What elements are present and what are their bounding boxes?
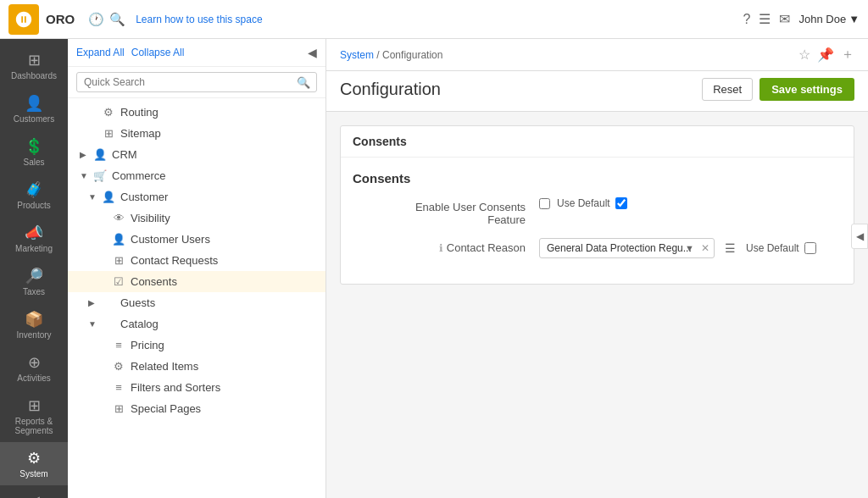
- form-row-contact-reason: ℹ Contact Reason General Data Protection…: [353, 238, 842, 258]
- dashboards-icon: ⊞: [28, 51, 41, 69]
- related-items-label: Related Items: [131, 360, 317, 373]
- enable-consents-checkbox[interactable]: [539, 198, 550, 209]
- nav-item-sales[interactable]: 💲 Sales: [0, 130, 68, 174]
- user-menu[interactable]: John Doe ▼: [798, 13, 860, 25]
- sidebar-search: 🔍: [68, 67, 326, 98]
- main-layout: ⊞ Dashboards 👤 Customers 💲 Sales 🧳 Produ…: [0, 39, 868, 498]
- enable-consents-use-default: Use Default: [557, 197, 627, 209]
- tree-item-catalog[interactable]: ▼ Catalog: [68, 313, 326, 335]
- nav-item-reports[interactable]: ⊞ Reports & Segments: [0, 390, 68, 442]
- search-magnifier-icon[interactable]: 🔍: [297, 76, 310, 89]
- collapse-nav-icon: ◀: [28, 492, 40, 498]
- related-items-icon: ⚙: [112, 360, 125, 373]
- select-clear-icon[interactable]: ✕: [701, 242, 709, 254]
- plus-icon[interactable]: ＋: [841, 46, 854, 64]
- sitemap-label: Sitemap: [120, 127, 317, 140]
- pricing-icon: ≡: [112, 339, 125, 351]
- visibility-icon: 👁: [112, 212, 125, 224]
- catalog-label: Catalog: [120, 318, 317, 330]
- contact-reason-select[interactable]: General Data Protection Regu...: [539, 238, 715, 258]
- sales-icon: 💲: [25, 137, 43, 156]
- sidebar-tree: ⚙ Routing ⊞ Sitemap ▶ 👤 CRM ▼: [68, 98, 326, 423]
- contact-reason-use-default: Use Default: [746, 242, 816, 254]
- tree-item-visibility[interactable]: 👁 Visibility: [68, 208, 326, 229]
- consents-section: Consents Consents Enable User ConsentsFe…: [340, 125, 854, 285]
- main-area: Expand All Collapse All ◀ 🔍 ⚙ Routing: [68, 39, 868, 498]
- nav-item-taxes[interactable]: 🔎 Taxes: [0, 260, 68, 303]
- enable-consents-control: Use Default: [539, 197, 627, 209]
- star-icon[interactable]: ☆: [798, 47, 810, 63]
- tree-item-customer-users[interactable]: 👤 Customer Users: [68, 229, 326, 250]
- contact-reason-use-default-checkbox[interactable]: [804, 242, 816, 254]
- sidebar-search-input[interactable]: [76, 72, 317, 92]
- crm-arrow: ▶: [80, 150, 90, 159]
- special-pages-icon: ⊞: [112, 402, 125, 415]
- crm-label: CRM: [112, 148, 317, 161]
- contact-reason-label: ℹ Contact Reason: [353, 238, 539, 254]
- tree-item-commerce[interactable]: ▼ 🛒 Commerce: [68, 165, 326, 186]
- tree-item-guests[interactable]: ▶ Guests: [68, 292, 326, 313]
- page-title: Configuration: [340, 80, 441, 99]
- app-logo: [8, 4, 39, 35]
- nav-label-system: System: [19, 469, 47, 479]
- nav-item-inventory[interactable]: 📦 Inventory: [0, 303, 68, 346]
- question-icon[interactable]: ?: [743, 12, 751, 27]
- select-menu-icon[interactable]: ☰: [725, 241, 736, 255]
- guests-label: Guests: [120, 296, 317, 309]
- save-button[interactable]: Save settings: [760, 78, 854, 101]
- history-icon[interactable]: 🕐: [88, 12, 104, 27]
- pin-icon[interactable]: 📌: [817, 47, 834, 63]
- nav-label-inventory: Inventory: [16, 330, 51, 340]
- tree-item-consents[interactable]: ☑ Consents: [68, 271, 326, 292]
- breadcrumb-system[interactable]: System: [340, 49, 374, 61]
- tree-item-contact-requests[interactable]: ⊞ Contact Requests: [68, 250, 326, 271]
- tree-item-special-pages[interactable]: ⊞ Special Pages: [68, 398, 326, 419]
- contact-reason-select-wrap: General Data Protection Regu... ▼ ✕: [539, 238, 715, 258]
- nav-item-system[interactable]: ⚙ System: [0, 442, 68, 485]
- mail-icon[interactable]: ✉: [779, 11, 790, 27]
- app-name: ORO: [46, 12, 75, 26]
- nav-item-activities[interactable]: ⊕ Activities: [0, 346, 68, 390]
- customer-label: Customer: [120, 191, 317, 203]
- customer-users-label: Customer Users: [131, 233, 317, 246]
- tree-item-related-items[interactable]: ⚙ Related Items: [68, 356, 326, 377]
- nav-item-products[interactable]: 🧳 Products: [0, 174, 68, 217]
- section-body: Consents Enable User ConsentsFeature Use…: [341, 158, 854, 284]
- tree-item-crm[interactable]: ▶ 👤 CRM: [68, 144, 326, 165]
- search-icon[interactable]: 🔍: [109, 12, 125, 27]
- sidebar-collapse-icon[interactable]: ◀: [308, 46, 317, 59]
- right-collapse-button[interactable]: ◀: [851, 224, 868, 249]
- nav-item-collapse[interactable]: ◀: [0, 485, 68, 498]
- expand-all-link[interactable]: Expand All: [76, 47, 125, 58]
- nav-label-reports: Reports & Segments: [5, 417, 63, 435]
- customer-icon: 👤: [102, 191, 115, 203]
- nav-label-dashboards: Dashboards: [11, 71, 57, 80]
- help-link[interactable]: Learn how to use this space: [136, 14, 262, 25]
- contact-reason-info-icon[interactable]: ℹ: [439, 242, 443, 254]
- tree-item-filters[interactable]: ≡ Filters and Sorters: [68, 377, 326, 398]
- activities-icon: ⊕: [28, 353, 41, 372]
- title-actions: Reset Save settings: [702, 78, 854, 101]
- tree-item-customer[interactable]: ▼ 👤 Customer: [68, 186, 326, 208]
- routing-label: Routing: [120, 106, 317, 119]
- content-area: System / Configuration ☆ 📌 ＋ Configurati…: [326, 39, 868, 498]
- customer-arrow: ▼: [88, 192, 98, 202]
- contact-reason-use-default-label: Use Default: [746, 242, 799, 254]
- nav-label-activities: Activities: [17, 374, 50, 383]
- nav-label-products: Products: [17, 201, 50, 210]
- tree-item-sitemap[interactable]: ⊞ Sitemap: [68, 123, 326, 144]
- section-header: Consents: [341, 126, 854, 158]
- nav-label-customers: Customers: [14, 114, 54, 124]
- topbar: ORO 🕐 🔍 Learn how to use this space ? ☰ …: [0, 0, 868, 39]
- nav-item-dashboards[interactable]: ⊞ Dashboards: [0, 44, 68, 87]
- enable-consents-use-default-checkbox[interactable]: [615, 197, 627, 209]
- collapse-all-link[interactable]: Collapse All: [131, 47, 185, 58]
- reset-button[interactable]: Reset: [702, 78, 753, 101]
- nav-label-taxes: Taxes: [23, 287, 45, 296]
- tree-item-routing[interactable]: ⚙ Routing: [68, 102, 326, 123]
- nav-item-customers[interactable]: 👤 Customers: [0, 87, 68, 130]
- nav-item-marketing[interactable]: 📣 Marketing: [0, 217, 68, 260]
- breadcrumb-configuration: Configuration: [382, 49, 442, 61]
- menu-icon[interactable]: ☰: [759, 11, 771, 27]
- tree-item-pricing[interactable]: ≡ Pricing: [68, 335, 326, 356]
